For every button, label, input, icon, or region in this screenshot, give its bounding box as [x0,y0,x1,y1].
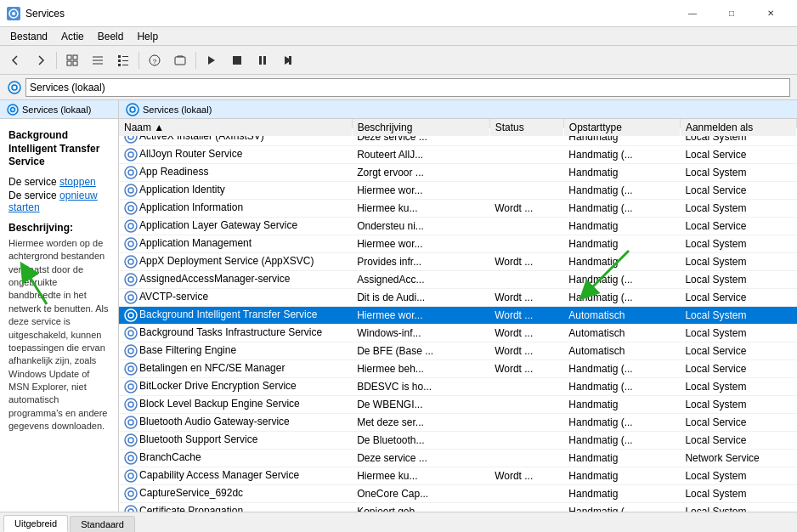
tab-standaard[interactable]: Standaard [70,516,135,532]
forward-button[interactable] [29,49,53,71]
svg-point-27 [11,107,15,111]
svg-point-74 [125,488,137,500]
maximize-button[interactable]: □ [712,0,751,27]
svg-point-24 [8,82,20,93]
stop-link[interactable]: stoppen [59,176,96,188]
table-row[interactable]: Background Tasks Infrastructure Service … [119,325,797,342]
cell-status: Wordt ... [489,360,563,378]
bottom-tabs: Uitgebreid Standaard [0,512,797,532]
cell-name: Betalingen en NFC/SE Manager [119,360,352,378]
address-icon [7,80,22,95]
svg-point-67 [128,420,133,425]
col-header-logon[interactable]: Aanmelden als [680,119,796,137]
table-row[interactable]: Application Information Hiermee ku... Wo… [119,200,797,218]
table-row[interactable]: AllJoyn Router Service Routeert AllJ... … [119,146,797,164]
minimize-button[interactable]: — [673,0,712,27]
cell-startup: Handmatig [563,235,680,253]
cell-startup: Handmatig [563,396,680,414]
col-header-desc[interactable]: Beschrijving [352,119,489,137]
cell-startup: Handmatig [563,218,680,235]
svg-point-45 [128,224,133,229]
svg-point-51 [128,277,133,282]
service-action-restart: De service opnieuw starten [8,190,110,213]
table-row[interactable]: Certificate Propagation Kopieert geb... … [119,503,797,512]
table-row[interactable]: Bluetooth Support Service De Bluetooth..… [119,432,797,450]
back-button[interactable] [3,49,27,71]
cell-name: BitLocker Drive Encryption Service [119,378,352,396]
detail-view-button[interactable] [111,49,135,71]
cell-startup: Handmatig [563,253,680,271]
restart-button[interactable] [276,49,300,71]
address-input[interactable] [25,78,790,97]
table-row[interactable]: Application Layer Gateway Service Onders… [119,218,797,235]
table-row[interactable]: AppX Deployment Service (AppXSVC) Provid… [119,253,797,271]
table-row[interactable]: Bluetooth Audio Gateway-service Met deze… [119,414,797,432]
cell-name: Background Intelligent Transfer Service [119,307,352,325]
left-panel-header-icon [7,104,19,116]
svg-point-38 [125,167,137,178]
svg-point-52 [125,291,137,303]
right-panel: Services (lokaal) Naam ▲ Beschrijving St… [119,100,797,512]
table-row[interactable]: Application Identity Hiermee wor... Hand… [119,182,797,200]
menu-bestand[interactable]: Bestand [3,29,54,44]
left-panel-content: Background Intelligent Transfer Service … [0,119,118,512]
table-row[interactable]: Block Level Backup Engine Service De WBE… [119,396,797,414]
table-row[interactable]: BitLocker Drive Encryption Service BDESV… [119,378,797,396]
col-header-name[interactable]: Naam ▲ [119,119,352,137]
col-header-startup[interactable]: Opstarttype [563,119,680,137]
menu-help[interactable]: Help [130,29,165,44]
play-button[interactable] [200,49,223,71]
help-button[interactable]: ? [143,49,167,71]
svg-point-73 [128,473,133,478]
table-row[interactable]: App Readiness Zorgt ervoor ... Handmatig… [119,164,797,182]
svg-marker-23 [289,56,291,65]
table-row[interactable]: Application Management Hiermee wor... Ha… [119,235,797,253]
tab-uitgebreid[interactable]: Uitgebreid [3,515,68,532]
close-button[interactable]: ✕ [751,0,790,27]
menu-actie[interactable]: Actie [54,29,91,44]
window-title: Services [25,8,673,20]
table-row[interactable]: Betalingen en NFC/SE Manager Hiermee beh… [119,360,797,378]
restart-link[interactable]: opnieuw starten [8,190,98,213]
table-row[interactable]: Capability Access Manager Service Hierme… [119,467,797,485]
cell-status: Wordt ... [489,200,563,218]
cell-desc: Ondersteu ni... [352,218,489,235]
stop-button[interactable] [225,49,249,71]
svg-text:?: ? [153,58,157,65]
svg-point-75 [128,491,133,496]
svg-point-70 [125,452,137,464]
view-toggle-button[interactable] [60,49,84,71]
table-row[interactable]: AssignedAccessManager-service AssignedAc… [119,271,797,289]
cell-startup: Handmatig (... [563,200,680,218]
svg-rect-2 [67,55,71,59]
cell-status: Wordt ... [489,342,563,360]
cell-name: Application Layer Gateway Service [119,218,352,235]
cell-startup: Handmatig (... [563,432,680,450]
col-header-status[interactable]: Status [489,119,563,137]
table-row[interactable]: CaptureService_692dc OneCore Cap... Hand… [119,485,797,503]
cell-startup: Handmatig (... [563,414,680,432]
svg-point-36 [125,149,137,161]
cell-name: AppX Deployment Service (AppXSVC) [119,253,352,271]
cell-startup: Handmatig (... [563,378,680,396]
table-row[interactable]: Base Filtering Engine De BFE (Base ... W… [119,342,797,360]
table-row[interactable]: AVCTP-service Dit is de Audi... Wordt ..… [119,289,797,307]
right-panel-header: Services (lokaal) [119,100,797,119]
table-row[interactable]: Background Intelligent Transfer Service … [119,307,797,325]
menu-beeld[interactable]: Beeld [91,29,131,44]
cell-logon: Local System [680,200,796,218]
list-view-button[interactable] [86,49,110,71]
pause-button[interactable] [251,49,274,71]
svg-rect-9 [118,55,121,58]
services-table-container[interactable]: Naam ▲ Beschrijving Status Opstarttype A… [119,119,797,512]
title-bar: Services — □ ✕ [0,0,797,27]
description-text: Hiermee worden op de achtergrond bestand… [8,237,110,433]
cell-startup: Handmatig (... [563,271,680,289]
left-panel-header[interactable]: Services (lokaal) [0,100,118,119]
table-row[interactable]: BranchCache Deze service ... Handmatig N… [119,450,797,467]
cell-status: Wordt ... [489,289,563,307]
cell-name: App Readiness [119,164,352,182]
export-button[interactable] [168,49,192,71]
cell-name: Application Management [119,235,352,253]
service-action-stop: De service stoppen [8,176,110,188]
